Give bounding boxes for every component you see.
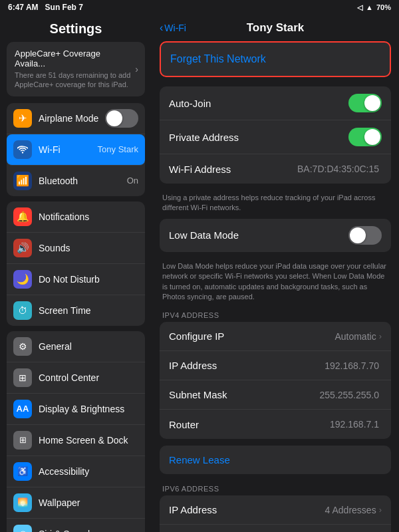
sidebar-item-accessibility[interactable]: ♿ Accessibility xyxy=(7,456,145,487)
sidebar-group-alerts: 🔔 Notifications 🔊 Sounds 🌙 Do Not Distur… xyxy=(7,201,145,326)
sidebar-title: Settings xyxy=(0,15,152,42)
sidebar-item-label: Bluetooth xyxy=(39,176,127,186)
ip-address-v6-row[interactable]: IP Address 4 Addresses › xyxy=(160,495,391,525)
battery-indicator: 70% xyxy=(376,3,391,11)
bluetooth-status: On xyxy=(127,176,138,186)
applecare-title: AppleCare+ Coverage Availa... xyxy=(15,49,137,68)
private-address-row[interactable]: Private Address xyxy=(160,120,391,154)
detail-header: ‹ Wi-Fi Tony Stark xyxy=(152,15,399,41)
ip-address-v4-label: IP Address xyxy=(169,360,325,371)
ip-address-v6-chevron-icon: › xyxy=(379,505,382,515)
detail-panel: ‹ Wi-Fi Tony Stark Forget This Network A… xyxy=(152,15,399,532)
sidebar-item-label: Notifications xyxy=(39,211,138,222)
notifications-icon: 🔔 xyxy=(13,207,32,226)
ip-address-v6-label: IP Address xyxy=(169,504,325,515)
sidebar-item-label: General xyxy=(39,341,138,352)
low-data-mode-row[interactable]: Low Data Mode xyxy=(160,219,391,252)
ip-address-v6-value: 4 Addresses xyxy=(325,505,376,515)
auto-join-label: Auto-Join xyxy=(169,98,348,109)
wifi-address-value: BA:7D:D4:35:0C:15 xyxy=(297,164,379,174)
router-v4-value: 192.168.7.1 xyxy=(330,419,379,430)
wifi-address-row: Wi-Fi Address BA:7D:D4:35:0C:15 xyxy=(160,154,391,184)
renew-lease-button[interactable]: Renew Lease xyxy=(160,446,391,474)
forget-network-button[interactable]: Forget This Network xyxy=(160,41,391,77)
wifi-network-name: Tony Stark xyxy=(98,144,138,154)
low-data-mode-label: Low Data Mode xyxy=(169,229,348,241)
sidebar-item-label: Wi-Fi xyxy=(39,144,98,155)
router-v6-row: Router fe80::6eae:f6ff:fef1:df92 xyxy=(160,525,391,532)
siri-icon: ◉ xyxy=(13,525,32,532)
wallpaper-icon: 🌅 xyxy=(13,493,32,512)
sidebar-item-bluetooth[interactable]: 📶 Bluetooth On xyxy=(7,166,145,196)
data-mode-group: Low Data Mode xyxy=(160,219,391,252)
main-layout: Settings AppleCare+ Coverage Availa... T… xyxy=(0,15,399,532)
ipv6-group: IP Address 4 Addresses › Router fe80::6e… xyxy=(160,495,391,532)
detail-title: Tony Stark xyxy=(247,21,305,35)
private-address-footer: Using a private address helps reduce tra… xyxy=(160,190,391,219)
general-icon: ⚙ xyxy=(13,337,32,356)
status-time: 6:47 AM Sun Feb 7 xyxy=(8,3,83,12)
subnet-mask-label: Subnet Mask xyxy=(169,389,319,400)
wifi-icon xyxy=(13,140,32,159)
configure-ip-chevron-icon: › xyxy=(379,331,382,341)
auto-join-row[interactable]: Auto-Join xyxy=(160,86,391,120)
ipv4-group: Configure IP Automatic › IP Address 192.… xyxy=(160,322,391,439)
accessibility-icon: ♿ xyxy=(13,462,32,481)
applecare-chevron-icon: › xyxy=(135,64,138,74)
low-data-mode-toggle[interactable] xyxy=(348,226,382,245)
sidebar-item-home-screen[interactable]: ⊞ Home Screen & Dock xyxy=(7,425,145,456)
sidebar-item-wallpaper[interactable]: 🌅 Wallpaper xyxy=(7,487,145,519)
sidebar-item-label: Siri & Search xyxy=(39,529,138,532)
applecare-card[interactable]: AppleCare+ Coverage Availa... There are … xyxy=(7,42,145,96)
back-label: Wi-Fi xyxy=(164,23,186,33)
back-button[interactable]: ‹ Wi-Fi xyxy=(160,22,186,34)
display-brightness-icon: AA xyxy=(13,400,32,418)
sidebar-item-label: Wallpaper xyxy=(39,497,138,508)
sidebar-item-label: Screen Time xyxy=(39,305,138,316)
bluetooth-icon: 📶 xyxy=(13,172,32,190)
do-not-disturb-icon: 🌙 xyxy=(13,270,32,289)
sidebar: Settings AppleCare+ Coverage Availa... T… xyxy=(0,15,152,532)
sidebar-item-screen-time[interactable]: ⏱ Screen Time xyxy=(7,295,145,326)
detail-content: Forget This Network Auto-Join Private Ad… xyxy=(152,41,399,532)
configure-ip-row[interactable]: Configure IP Automatic › xyxy=(160,322,391,351)
airplane-mode-toggle[interactable] xyxy=(105,109,138,128)
sidebar-item-do-not-disturb[interactable]: 🌙 Do Not Disturb xyxy=(7,264,145,295)
router-v4-row: Router 192.168.7.1 xyxy=(160,410,391,439)
sidebar-item-display-brightness[interactable]: AA Display & Brightness xyxy=(7,394,145,425)
configure-ip-value: Automatic xyxy=(334,331,376,342)
sidebar-item-general[interactable]: ⚙ General xyxy=(7,331,145,362)
sidebar-item-sounds[interactable]: 🔊 Sounds xyxy=(7,233,145,264)
low-data-mode-footer: Low Data Mode helps reduce your iPad dat… xyxy=(160,259,391,308)
sidebar-item-label: Sounds xyxy=(39,243,138,253)
sidebar-item-airplane-mode[interactable]: ✈ Airplane Mode xyxy=(7,103,145,134)
ip-address-v4-value: 192.168.7.70 xyxy=(325,360,379,371)
sidebar-item-label: Control Center xyxy=(39,372,138,383)
subnet-mask-row: Subnet Mask 255.255.255.0 xyxy=(160,380,391,410)
wifi-icon: ▲ xyxy=(366,3,373,11)
back-chevron-icon: ‹ xyxy=(160,22,163,34)
applecare-subtitle: There are 51 days remaining to add Apple… xyxy=(15,70,137,90)
status-indicators: ◁ ▲ 70% xyxy=(357,3,391,12)
sidebar-group-system: ⚙ General ⊞ Control Center AA Display & … xyxy=(7,331,145,532)
network-settings-group: Auto-Join Private Address Wi-Fi Address … xyxy=(160,86,391,184)
sidebar-group-connectivity: ✈ Airplane Mode Wi-Fi Tony Stark 📶 xyxy=(7,103,145,196)
subnet-mask-value: 255.255.255.0 xyxy=(319,390,379,400)
screen-time-icon: ⏱ xyxy=(13,301,32,320)
status-bar: 6:47 AM Sun Feb 7 ◁ ▲ 70% xyxy=(0,0,399,15)
sidebar-item-label: Accessibility xyxy=(39,466,138,477)
sidebar-item-wifi[interactable]: Wi-Fi Tony Stark xyxy=(7,134,145,166)
sidebar-item-siri-search[interactable]: ◉ Siri & Search xyxy=(7,519,145,532)
airplane-mode-icon: ✈ xyxy=(13,109,32,128)
auto-join-toggle[interactable] xyxy=(348,94,382,112)
sounds-icon: 🔊 xyxy=(13,239,32,257)
ipv6-header: IPV6 ADDRESS xyxy=(160,481,391,495)
private-address-toggle[interactable] xyxy=(348,128,382,146)
sidebar-item-label: Home Screen & Dock xyxy=(39,435,138,446)
sidebar-item-notifications[interactable]: 🔔 Notifications xyxy=(7,201,145,233)
wifi-address-label: Wi-Fi Address xyxy=(169,164,297,175)
sidebar-item-label: Airplane Mode xyxy=(39,113,105,124)
sidebar-item-control-center[interactable]: ⊞ Control Center xyxy=(7,362,145,394)
private-address-label: Private Address xyxy=(169,132,348,143)
control-center-icon: ⊞ xyxy=(13,368,32,387)
